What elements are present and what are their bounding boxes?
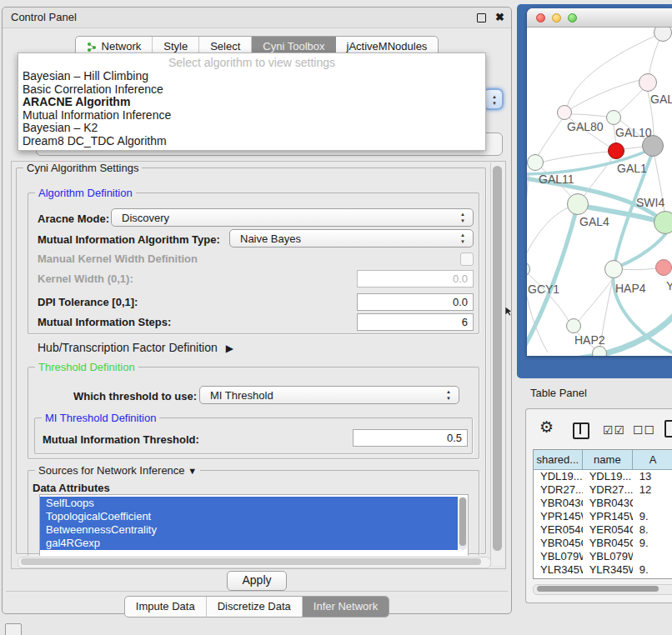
close-panel-icon[interactable]: ✖ (495, 8, 504, 28)
column-header[interactable]: A (633, 450, 672, 470)
table-row[interactable]: YIL052CYIL052C9. (534, 577, 672, 579)
network-node-gal4[interactable] (567, 193, 589, 215)
kernel-width-label: Kernel Width (0,1): (38, 272, 133, 285)
network-node-y[interactable] (655, 259, 672, 276)
column-header[interactable]: shared... (534, 450, 583, 470)
document-icon[interactable] (664, 420, 672, 438)
node-label-gal: GAL (650, 92, 672, 106)
network-node-hap2[interactable] (566, 318, 581, 333)
data-attributes-label: Data Attributes (33, 482, 110, 494)
table-panel-window: ⚙ ☑☑ ☐☐ shared... name A YDL19...YDL19..… (525, 408, 672, 603)
network-node-gal11[interactable] (527, 154, 544, 171)
algorithm-dropdown-popup: Select algorithm to view settings Bayesi… (18, 52, 486, 151)
which-threshold-combo[interactable]: MI Threshold ▲▼ (199, 386, 459, 404)
gear-icon[interactable]: ⚙ (539, 418, 554, 437)
zoom-window-icon[interactable] (568, 13, 577, 22)
aracne-mode-label: Aracne Mode: (38, 212, 109, 225)
node-label-gal11: GAL11 (539, 172, 574, 186)
node-label-y: Y (666, 279, 672, 292)
table-horizontal-scrollbar[interactable] (533, 584, 672, 595)
network-node-gal1[interactable] (608, 142, 624, 159)
column-header[interactable]: name (583, 450, 633, 470)
combo-value: Naive Bayes (240, 232, 301, 245)
select-all-checkboxes-icon[interactable]: ☑☑ (603, 423, 625, 437)
list-scrollbar[interactable] (459, 497, 467, 550)
node-label-hap2: HAP2 (574, 333, 605, 347)
which-threshold-label: Which threshold to use: (73, 390, 197, 402)
tab-discretize-data[interactable]: Discretize Data (207, 597, 303, 617)
data-attributes-list[interactable]: SelfLoops TopologicalCoefficient Between… (39, 494, 469, 556)
node-table[interactable]: shared... name A YDL19...YDL19...13 YDR2… (533, 449, 672, 579)
mi-threshold-label: Mutual Information Threshold: (43, 433, 199, 446)
dropdown-option[interactable]: Dream8 DC_TDC Algorithm (18, 135, 485, 148)
node-label-gal4: GAL4 (579, 215, 609, 228)
tab-label: Discretize Data (218, 597, 291, 617)
dropdown-option[interactable]: Bayesian – K2 (18, 122, 485, 135)
settings-vertical-scrollbar[interactable] (490, 162, 504, 566)
scrollbar-thumb[interactable] (493, 166, 502, 551)
attribute-item-selected[interactable]: TopologicalCoefficient (40, 510, 458, 523)
sources-expander[interactable]: Sources for Network Inference ▼ (35, 464, 200, 477)
float-panel-icon[interactable] (477, 13, 486, 22)
control-panel-window: Control Panel ✖ Network Style Sel (2, 7, 512, 614)
network-node-hap4[interactable] (604, 260, 623, 278)
group-title: Threshold Definition (35, 361, 138, 373)
manual-kernel-width-label: Manual Kernel Width Definition (38, 252, 198, 265)
dropdown-option-highlighted[interactable]: ARACNE Algorithm (18, 96, 485, 109)
mi-steps-field[interactable]: 6 (357, 313, 474, 331)
stepper-icon: ▲▼ (460, 211, 465, 224)
deselect-all-checkboxes-icon[interactable]: ☐☐ (633, 423, 655, 437)
dropdown-option[interactable]: Basic Correlation Inference (18, 83, 485, 97)
table-row[interactable]: YLR345WYLR345W9. (534, 563, 672, 577)
kernel-width-field[interactable]: 0.0 (357, 270, 474, 288)
node-label-gal1: GAL1 (617, 162, 647, 175)
mi-algorithm-type-combo[interactable]: Naive Bayes ▲▼ (229, 229, 474, 248)
columns-icon[interactable] (573, 422, 589, 439)
network-canvas[interactable]: GAL GAL80 GAL10 GAL1 GAL11 GAL4 SWI4 GCY… (527, 28, 672, 356)
scrollbar-thumb[interactable] (21, 558, 481, 565)
manual-kernel-width-checkbox[interactable] (460, 252, 474, 266)
table-panel-title: Table Panel (530, 387, 587, 399)
dpi-tolerance-field[interactable]: 0.0 (357, 293, 474, 311)
network-window-titlebar[interactable] (527, 8, 672, 28)
attribute-item-selected[interactable]: gal4RGexp (40, 537, 458, 550)
network-view-window: GAL GAL80 GAL10 GAL1 GAL11 GAL4 SWI4 GCY… (527, 8, 672, 356)
table-row[interactable]: YDR27...YDR27...12 (534, 483, 672, 497)
table-row[interactable]: YBL079WYBL079W (534, 550, 672, 563)
network-desktop-frame: GAL GAL80 GAL10 GAL1 GAL11 GAL4 SWI4 GCY… (517, 4, 672, 378)
node-label-swi4: SWI4 (636, 196, 664, 209)
attribute-item-selected[interactable]: BetweennessCentrality (40, 523, 458, 537)
scrollbar-thumb[interactable] (537, 586, 659, 592)
table-row[interactable]: YPR145WYPR145W9. (534, 510, 672, 523)
divider (6, 591, 508, 592)
combo-value: MI Threshold (210, 389, 273, 402)
network-node[interactable] (592, 346, 607, 356)
dropdown-placeholder: Select algorithm to view settings (18, 53, 485, 70)
network-node-swi4[interactable] (654, 211, 672, 234)
control-panel-titlebar: Control Panel ✖ (3, 8, 511, 28)
node-label-hap4: HAP4 (615, 282, 646, 295)
close-window-icon[interactable] (536, 13, 545, 22)
dropdown-option[interactable]: Bayesian – Hill Climbing (18, 70, 485, 83)
apply-button[interactable]: Apply (227, 571, 287, 591)
docked-panel-icon[interactable] (5, 623, 22, 635)
network-node-gal80[interactable] (557, 105, 572, 120)
node-label-gcy1: GCY1 (528, 282, 559, 296)
network-node-gal[interactable] (639, 73, 657, 92)
group-title: Algorithm Definition (35, 187, 136, 199)
table-row[interactable]: YBR043CYBR043C (534, 497, 672, 510)
table-row[interactable]: YDL19...YDL19...13 (534, 470, 672, 483)
dropdown-option[interactable]: Mutual Information Inference (18, 109, 485, 122)
settings-horizontal-scrollbar[interactable] (18, 557, 491, 568)
expander-label: Hub/Transcription Factor Definition (38, 341, 218, 354)
table-row[interactable]: YER054CYER054C8. (534, 523, 672, 537)
network-node-gal10[interactable] (606, 110, 621, 125)
aracne-mode-combo[interactable]: Discovery ▲▼ (111, 208, 474, 227)
table-row[interactable]: YBR045CYBR045C9. (534, 537, 672, 550)
attribute-item-selected[interactable]: SelfLoops (40, 497, 458, 510)
tab-impute-data[interactable]: Impute Data (125, 597, 207, 617)
tab-infer-network[interactable]: Infer Network (303, 597, 389, 617)
hub-definition-expander[interactable]: Hub/Transcription Factor Definition ▶ (38, 341, 233, 354)
mi-threshold-field[interactable]: 0.5 (353, 429, 468, 447)
minimize-window-icon[interactable] (552, 13, 561, 22)
